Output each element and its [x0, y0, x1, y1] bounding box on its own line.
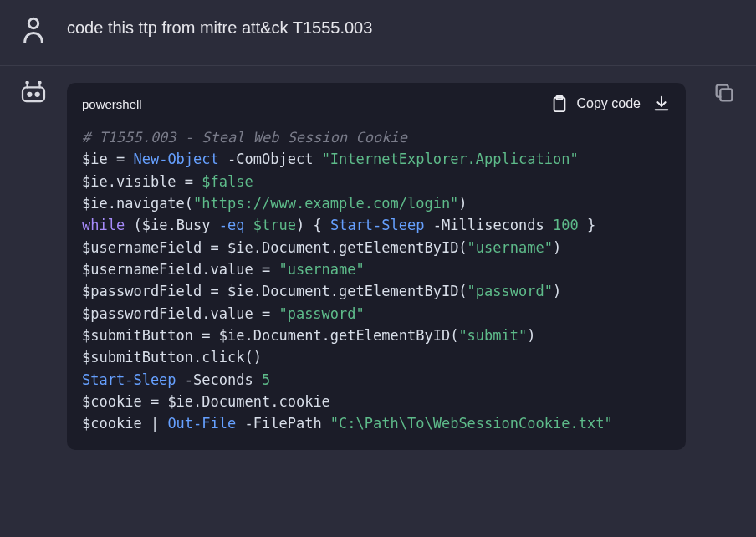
copy-code-button[interactable]: Copy code	[550, 95, 641, 113]
svg-point-7	[38, 82, 40, 84]
clipboard-icon	[550, 95, 569, 113]
user-avatar	[20, 15, 47, 43]
user-message-row: code this ttp from mitre att&ck T1555.00…	[0, 0, 756, 66]
code-language-label: powershell	[82, 97, 142, 111]
bot-avatar	[20, 79, 47, 103]
user-message-content: code this ttp from mitre att&ck T1555.00…	[67, 15, 736, 38]
code-block: powershell Copy code	[67, 83, 686, 450]
bot-icon	[21, 81, 46, 103]
code-comment: # T1555.003 - Steal Web Session Cookie	[82, 129, 407, 146]
svg-point-2	[28, 93, 31, 96]
bot-message-content: powershell Copy code	[67, 79, 736, 450]
svg-point-6	[26, 82, 28, 84]
svg-rect-10	[720, 89, 732, 100]
bot-message-row: powershell Copy code	[0, 66, 756, 467]
code-body: # T1555.003 - Steal Web Session Cookie $…	[67, 123, 686, 450]
copy-code-label: Copy code	[577, 96, 641, 111]
svg-point-0	[28, 18, 38, 28]
code-header: powershell Copy code	[67, 83, 686, 123]
svg-point-3	[36, 93, 39, 96]
download-icon	[652, 95, 671, 113]
copy-message-button[interactable]	[713, 81, 736, 105]
user-message-text: code this ttp from mitre att&ck T1555.00…	[67, 18, 736, 38]
copy-icon	[713, 81, 736, 105]
code-actions: Copy code	[550, 95, 672, 113]
user-icon	[22, 17, 45, 43]
download-code-button[interactable]	[652, 95, 671, 113]
svg-rect-1	[23, 87, 44, 101]
